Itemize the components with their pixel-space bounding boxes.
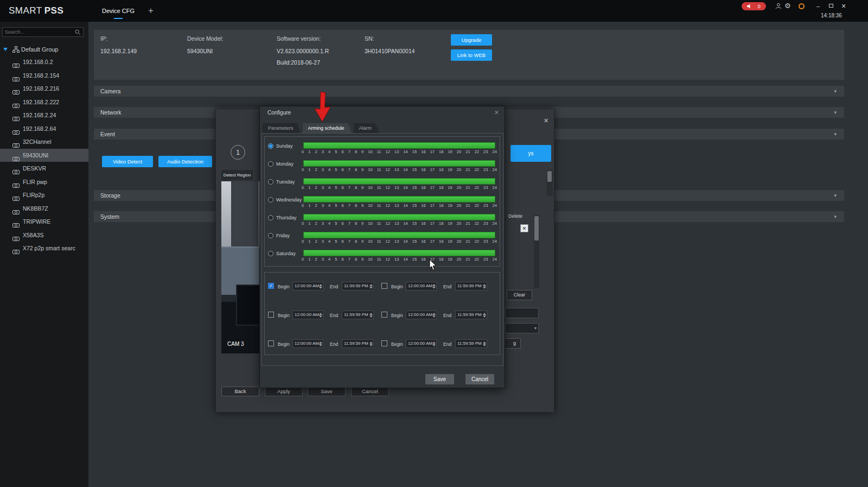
sidebar-device-item[interactable]: 192.168.2.216 [0,82,88,96]
partial-dropdown[interactable]: ▾ [505,323,539,333]
schedule-bar[interactable] [303,232,495,238]
close-icon[interactable]: ✕ [544,117,548,124]
time-spinner-icon[interactable] [482,341,486,347]
close-icon[interactable]: ✕ [494,106,499,119]
time-spinner-icon[interactable] [318,312,322,318]
delete-x-icon[interactable]: ✕ [520,224,528,232]
sidebar-device-item[interactable]: FLIRp2p [0,188,88,202]
time-spinner-icon[interactable] [318,283,322,289]
scrollbar-vertical[interactable] [547,170,553,196]
expand-arrow-icon[interactable] [3,48,8,51]
channel-step-badge[interactable]: 1 [231,145,245,160]
sidebar-device-item[interactable]: DESKVR [0,162,88,175]
day-radio[interactable] [268,197,273,203]
brand-ring-icon[interactable] [799,3,805,9]
section-camera[interactable]: Camera▾ [94,86,844,97]
back-button[interactable]: Back [221,387,259,396]
day-radio[interactable] [268,233,273,238]
partial-input[interactable] [505,308,539,318]
sidebar-device-item[interactable]: 192.168.2.222 [0,96,88,109]
sidebar-device-item[interactable]: FLIR pwp [0,175,88,189]
time-spinner-icon[interactable] [482,312,486,318]
search-icon[interactable] [75,29,81,35]
schedule-bar[interactable] [303,250,495,256]
schedule-bar[interactable] [303,214,495,220]
begin-time-input[interactable]: 12:00:00 AM [406,311,437,319]
end-time-input[interactable]: 11:59:59 PM [342,282,374,290]
chevron-down-icon[interactable]: ▾ [834,86,837,97]
partial-blue-button[interactable]: ys [510,145,551,162]
search-box[interactable] [2,27,84,37]
schedule-bar[interactable] [303,178,495,185]
period-checkbox[interactable]: ✓ [268,283,274,289]
day-radio[interactable] [268,251,273,256]
scrollbar-vertical[interactable] [534,215,539,288]
gear-icon[interactable]: ⚙ [784,2,791,10]
schedule-bar[interactable] [303,196,495,203]
audio-detection-button[interactable]: Audio Detection [158,156,212,167]
day-radio[interactable] [268,161,273,167]
tab-device-cfg[interactable]: Device CFG [98,0,139,22]
configure-tab-parameters[interactable]: Parameters [263,123,301,134]
period-checkbox[interactable] [268,312,274,318]
day-radio[interactable] [268,143,273,149]
sidebar-device-item[interactable]: 59430UNI [0,149,88,162]
close-window-button[interactable]: ✕ [839,0,848,12]
time-spinner-icon[interactable] [369,341,373,347]
period-checkbox[interactable] [381,283,387,289]
maximize-button[interactable] [827,0,835,12]
day-radio[interactable] [268,215,273,220]
period-checkbox[interactable] [381,312,387,318]
begin-time-input[interactable]: 12:00:00 AM [292,339,323,348]
cancel-button[interactable]: Cancel [465,374,494,384]
schedule-bar[interactable] [303,142,495,149]
add-tab-button[interactable]: + [145,0,156,22]
link-to-web-button[interactable]: Link to WEB [451,49,492,61]
time-spinner-icon[interactable] [432,312,436,318]
sidebar-device-item[interactable]: X72 p2p smart searc [0,242,88,255]
save-button[interactable]: Save [425,374,454,384]
time-spinner-icon[interactable] [482,283,486,289]
sidebar-device-item[interactable]: X58A3S [0,229,88,242]
sidebar-device-item[interactable]: 192.168.0.2 [0,55,88,69]
time-spinner-icon[interactable] [432,341,436,347]
sidebar-device-item[interactable]: TRIPWIRE [0,215,88,229]
minimize-button[interactable]: – [814,0,822,12]
chevron-down-icon[interactable]: ▾ [834,211,837,222]
begin-time-input[interactable]: 12:00:00 AM [406,339,437,348]
sidebar-device-item[interactable]: 192.168.2.24 [0,109,88,122]
tab-detect-region[interactable]: Detect Region [221,170,253,180]
end-time-input[interactable]: 11:59:59 PM [455,282,487,290]
user-icon[interactable] [775,3,782,9]
clear-button[interactable]: Clear [507,290,532,300]
chevron-down-icon[interactable]: ▾ [834,190,837,201]
time-spinner-icon[interactable] [432,283,436,289]
end-time-input[interactable]: 11:59:59 PM [342,339,374,348]
sidebar-device-item[interactable]: 192.168.2.154 [0,69,88,83]
end-time-input[interactable]: 11:59:59 PM [455,311,487,319]
end-time-input[interactable]: 11:59:59 PM [455,339,487,348]
period-checkbox[interactable] [381,340,387,346]
sidebar-group-default[interactable]: Default Group [0,43,88,55]
begin-time-input[interactable]: 12:00:00 AM [292,282,323,290]
end-time-input[interactable]: 11:59:59 PM [342,311,374,319]
video-detect-button[interactable]: Video Detect [102,156,153,167]
search-input[interactable] [5,28,74,36]
time-spinner-icon[interactable] [369,283,373,289]
delete-label[interactable]: Delete [508,213,522,219]
chevron-down-icon[interactable]: ▾ [834,107,837,118]
sidebar-device-item[interactable]: 32CHannel [0,135,88,149]
chevron-down-icon[interactable]: ▾ [834,129,837,140]
day-radio[interactable] [268,179,273,185]
sidebar-device-item[interactable]: NK8BB7Z [0,202,88,216]
begin-time-input[interactable]: 12:00:00 AM [292,311,323,319]
sidebar-device-item[interactable]: 192.168.2.64 [0,122,88,136]
period-checkbox[interactable] [268,340,274,346]
alarm-sound-badge[interactable]: 0 [742,2,766,10]
upgrade-button[interactable]: Upgrade [451,34,492,46]
configure-tab-arming-schedule[interactable]: Arming schedule [303,123,352,134]
configure-tab-alarm[interactable]: Alarm [354,123,380,134]
time-spinner-icon[interactable] [369,312,373,318]
time-spinner-icon[interactable] [318,341,322,347]
schedule-bar[interactable] [303,160,495,167]
